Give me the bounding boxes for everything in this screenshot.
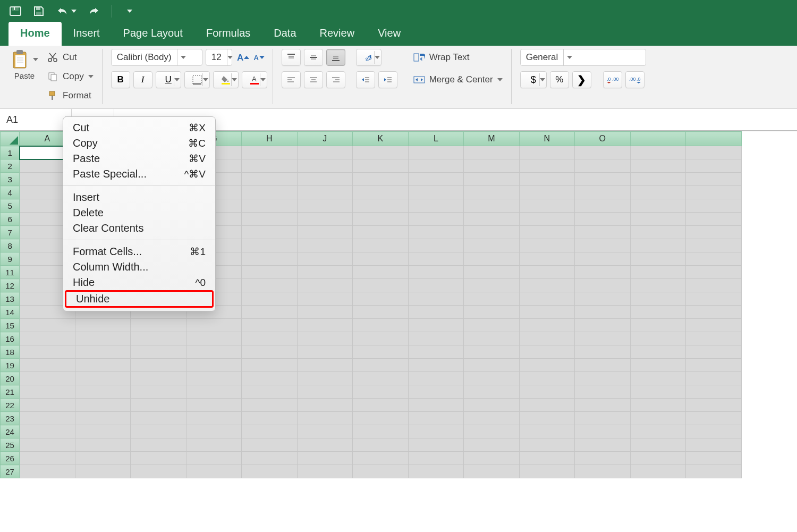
- percent-button[interactable]: %: [550, 71, 569, 88]
- context-menu-item-unhide[interactable]: Unhide: [66, 292, 212, 306]
- cell[interactable]: [408, 252, 463, 266]
- cell[interactable]: [408, 306, 463, 319]
- cell[interactable]: [575, 412, 630, 425]
- cell[interactable]: [686, 332, 741, 345]
- cell[interactable]: [131, 452, 186, 465]
- cell[interactable]: [408, 438, 463, 452]
- cell[interactable]: [131, 332, 186, 345]
- cell[interactable]: [75, 332, 130, 345]
- cell[interactable]: [630, 159, 685, 173]
- cell[interactable]: [575, 252, 630, 266]
- cell[interactable]: [20, 385, 75, 399]
- cell[interactable]: [464, 226, 519, 239]
- cell[interactable]: [408, 186, 463, 199]
- cell[interactable]: [242, 465, 297, 478]
- cell[interactable]: [630, 252, 685, 266]
- cell[interactable]: [686, 146, 741, 159]
- cell[interactable]: [686, 319, 741, 332]
- cell[interactable]: [353, 385, 408, 399]
- cell[interactable]: [75, 385, 130, 399]
- cell[interactable]: [242, 146, 297, 159]
- cell[interactable]: [686, 159, 741, 173]
- cell[interactable]: [242, 239, 297, 252]
- cell[interactable]: [75, 425, 130, 438]
- cell[interactable]: [353, 438, 408, 452]
- cell[interactable]: [353, 239, 408, 252]
- cell[interactable]: [20, 319, 75, 332]
- align-left-button[interactable]: [282, 71, 301, 88]
- cell[interactable]: [686, 213, 741, 226]
- cell[interactable]: [131, 425, 186, 438]
- cell[interactable]: [20, 465, 75, 478]
- cell[interactable]: [464, 412, 519, 425]
- cell[interactable]: [630, 399, 685, 412]
- borders-button[interactable]: [184, 71, 210, 88]
- cell[interactable]: [519, 266, 574, 279]
- cell[interactable]: [519, 452, 574, 465]
- underline-button[interactable]: U: [156, 71, 181, 88]
- cell[interactable]: [464, 345, 519, 359]
- cell[interactable]: [242, 412, 297, 425]
- tab-review[interactable]: Review: [308, 22, 367, 46]
- cell[interactable]: [242, 292, 297, 306]
- cell[interactable]: [242, 306, 297, 319]
- cell[interactable]: [686, 279, 741, 292]
- cell[interactable]: [686, 239, 741, 252]
- cell[interactable]: [630, 319, 685, 332]
- col-header[interactable]: L: [408, 132, 463, 146]
- cell[interactable]: [186, 399, 241, 412]
- cell[interactable]: [686, 452, 741, 465]
- cell[interactable]: [686, 399, 741, 412]
- context-menu-item[interactable]: Hide^0: [63, 275, 215, 290]
- cell[interactable]: [20, 332, 75, 345]
- cell[interactable]: [464, 332, 519, 345]
- cell[interactable]: [131, 359, 186, 372]
- cell[interactable]: [575, 399, 630, 412]
- redo-icon[interactable]: [88, 4, 100, 18]
- cell[interactable]: [519, 465, 574, 478]
- tab-page-layout[interactable]: Page Layout: [112, 22, 194, 46]
- cell[interactable]: [131, 465, 186, 478]
- cell[interactable]: [464, 359, 519, 372]
- cell[interactable]: [575, 239, 630, 252]
- cell[interactable]: [575, 465, 630, 478]
- cell[interactable]: [242, 385, 297, 399]
- cell[interactable]: [575, 292, 630, 306]
- cell[interactable]: [686, 252, 741, 266]
- cell[interactable]: [519, 306, 574, 319]
- cell[interactable]: [242, 159, 297, 173]
- cell[interactable]: [131, 345, 186, 359]
- cell[interactable]: [686, 359, 741, 372]
- cell[interactable]: [464, 252, 519, 266]
- cell[interactable]: [242, 252, 297, 266]
- cell[interactable]: [353, 372, 408, 385]
- cell[interactable]: [464, 213, 519, 226]
- cell[interactable]: [353, 146, 408, 159]
- cell[interactable]: [75, 359, 130, 372]
- context-menu-item[interactable]: Column Width...: [63, 259, 215, 275]
- decrease-indent-button[interactable]: [356, 71, 375, 88]
- cell[interactable]: [408, 213, 463, 226]
- row-header[interactable]: 23: [1, 412, 20, 425]
- cut-button[interactable]: Cut: [44, 49, 97, 66]
- cell[interactable]: [519, 438, 574, 452]
- font-increase-button[interactable]: A: [235, 49, 251, 65]
- font-name-combo[interactable]: Calibri (Body): [111, 49, 202, 66]
- row-header[interactable]: 12: [1, 279, 20, 292]
- cell[interactable]: [408, 359, 463, 372]
- row-header[interactable]: 16: [1, 332, 20, 345]
- cell[interactable]: [353, 399, 408, 412]
- worksheet-grid[interactable]: A E G H J K L M N O 12345678911121314151…: [0, 131, 797, 478]
- save-icon[interactable]: [33, 4, 45, 18]
- cell[interactable]: [464, 239, 519, 252]
- cell[interactable]: [408, 372, 463, 385]
- cell[interactable]: [297, 345, 352, 359]
- cell[interactable]: [297, 252, 352, 266]
- cell[interactable]: [575, 186, 630, 199]
- cell[interactable]: [519, 252, 574, 266]
- cell[interactable]: [75, 465, 130, 478]
- cell[interactable]: [686, 186, 741, 199]
- cell[interactable]: [186, 385, 241, 399]
- cell[interactable]: [464, 159, 519, 173]
- cell[interactable]: [519, 385, 574, 399]
